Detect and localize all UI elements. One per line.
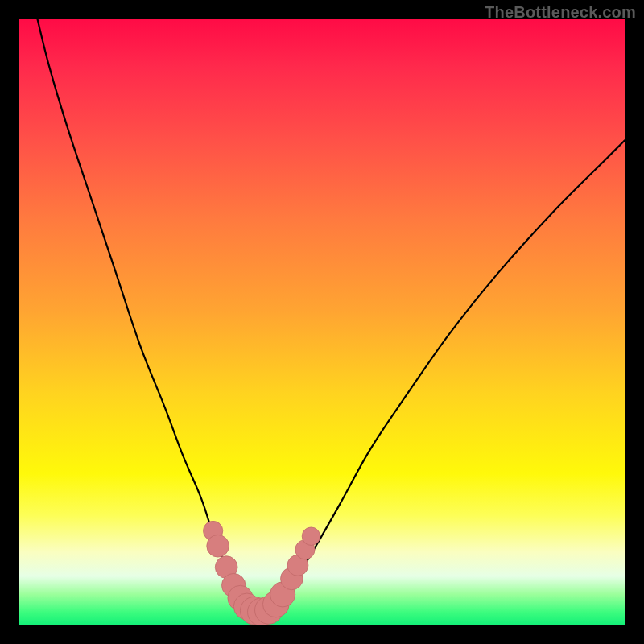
curve-marker	[233, 593, 260, 620]
curve-marker	[207, 535, 229, 557]
watermark-text: TheBottleneck.com	[485, 3, 636, 22]
curve-marker	[204, 521, 223, 540]
curve-marker	[262, 591, 289, 617]
curve-marker	[287, 555, 308, 576]
curve-marker	[222, 573, 246, 597]
curve-layer	[19, 19, 625, 625]
bottleneck-curve	[38, 19, 625, 613]
curve-marker	[281, 568, 303, 590]
curve-marker	[228, 585, 253, 610]
plot-area	[19, 19, 625, 625]
curve-marker	[240, 597, 268, 625]
curve-marker	[248, 598, 276, 625]
markers-layer	[19, 19, 625, 625]
curve-marker	[215, 556, 237, 579]
curve-marker	[302, 527, 320, 545]
chart-frame: TheBottleneck.com	[0, 0, 644, 644]
curve-marker	[270, 582, 295, 607]
curve-marker	[295, 540, 315, 559]
curve-marker	[255, 597, 283, 625]
